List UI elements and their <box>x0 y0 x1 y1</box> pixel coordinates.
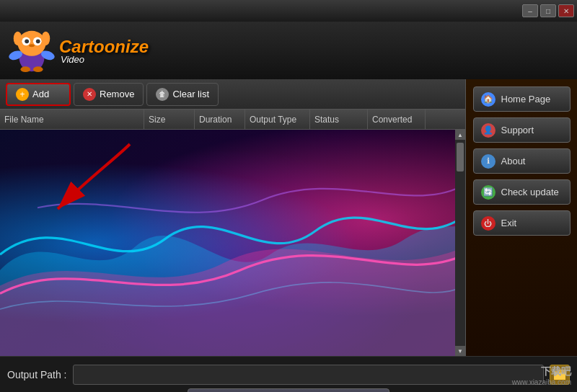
main-content: + Add ✕ Remove 🗑 Clear list File Name Si… <box>0 79 577 356</box>
exit-button[interactable]: ⏻ Exit <box>473 210 571 236</box>
remove-button[interactable]: ✕ Remove <box>74 83 144 106</box>
svg-point-6 <box>29 44 35 47</box>
scroll-thumb[interactable] <box>457 143 464 172</box>
col-filename: File Name <box>0 110 144 129</box>
bottom-area: Output Path : ⚙ Choose the Cartoon Effec… <box>0 356 577 392</box>
logo-area: Cartoonize Video <box>7 26 149 75</box>
col-size: Size <box>144 110 195 129</box>
title-bar: – □ ✕ <box>0 0 577 22</box>
watermark: 下载吧 www.xiazaiba.com <box>512 365 571 386</box>
col-status: Status <box>310 110 368 129</box>
home-icon: 🏠 <box>481 92 495 107</box>
about-icon: ℹ <box>481 154 495 169</box>
clear-list-button[interactable]: 🗑 Clear list <box>146 83 219 106</box>
col-duration: Duration <box>195 110 245 129</box>
svg-point-1 <box>18 31 46 56</box>
col-output-type: Output Type <box>245 110 310 129</box>
output-path-label: Output Path : <box>7 369 67 380</box>
exit-icon: ⏻ <box>481 216 495 231</box>
scrollbar[interactable]: ▲ ▼ <box>455 130 465 356</box>
toolbar: + Add ✕ Remove 🗑 Clear list <box>0 79 465 110</box>
check-update-button[interactable]: 🔄 Check update <box>473 179 571 205</box>
svg-point-11 <box>20 66 30 72</box>
close-button[interactable]: ✕ <box>558 4 574 17</box>
scroll-up-arrow[interactable]: ▲ <box>455 130 465 140</box>
output-path-row: Output Path : <box>7 365 570 385</box>
output-path-input[interactable] <box>73 365 545 385</box>
video-background <box>0 130 465 356</box>
svg-point-7 <box>14 32 22 45</box>
clear-icon: 🗑 <box>156 88 169 101</box>
table-header: File Name Size Duration Output Type Stat… <box>0 110 465 130</box>
add-icon: + <box>16 88 29 101</box>
minimize-button[interactable]: – <box>522 4 538 17</box>
scroll-down-arrow[interactable]: ▼ <box>455 346 465 356</box>
logo-creature-icon <box>7 26 56 75</box>
svg-point-8 <box>42 32 50 45</box>
support-button[interactable]: 👤 Support <box>473 117 571 143</box>
choose-cartoon-effect-button[interactable]: ⚙ Choose the Cartoon Effect >>> <box>188 388 389 392</box>
svg-point-12 <box>33 66 43 72</box>
update-icon: 🔄 <box>481 185 495 200</box>
wave-visualization <box>0 130 465 356</box>
left-panel: + Add ✕ Remove 🗑 Clear list File Name Si… <box>0 79 465 356</box>
remove-icon: ✕ <box>83 88 96 101</box>
add-button[interactable]: + Add <box>6 83 71 106</box>
col-converted: Converted <box>368 110 426 129</box>
support-icon: 👤 <box>481 123 495 138</box>
maximize-button[interactable]: □ <box>540 4 556 17</box>
home-page-button[interactable]: 🏠 Home Page <box>473 86 571 112</box>
about-button[interactable]: ℹ About <box>473 148 571 174</box>
header: Cartoonize Video <box>0 22 577 79</box>
logo-text: Cartoonize Video <box>59 37 149 65</box>
table-body: ▲ ▼ <box>0 130 465 356</box>
svg-point-5 <box>36 39 40 43</box>
svg-point-4 <box>25 39 29 43</box>
right-panel: 🏠 Home Page 👤 Support ℹ About 🔄 Check up… <box>465 79 577 356</box>
